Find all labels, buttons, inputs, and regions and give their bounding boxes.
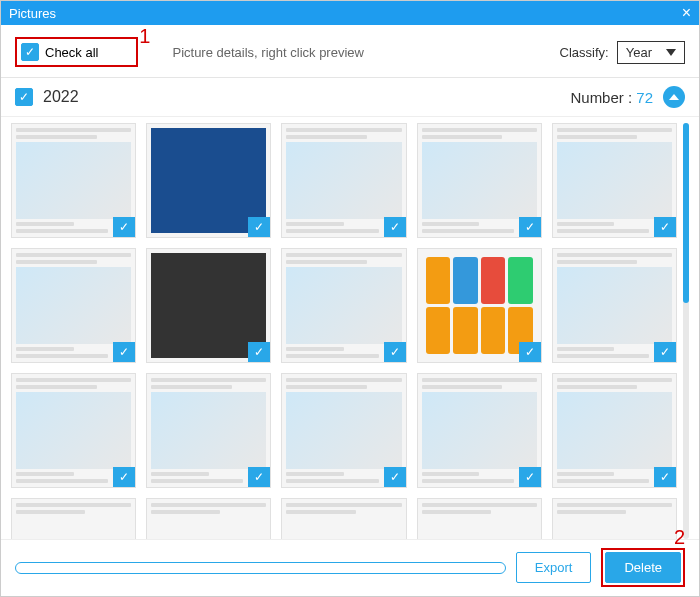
number-label: Number : (570, 89, 632, 106)
classify-value: Year (626, 45, 652, 60)
thumb-check-icon[interactable]: ✓ (384, 217, 406, 237)
section-header: ✓ 2022 Number : 72 (1, 78, 699, 117)
thumbnail[interactable]: ✓ (11, 248, 136, 363)
thumbnail[interactable] (11, 498, 136, 539)
thumbnail[interactable]: ✓ (552, 248, 677, 363)
classify-select[interactable]: Year (617, 41, 685, 64)
thumbnail[interactable]: ✓ (417, 373, 542, 488)
thumbnail[interactable]: ✓ (146, 373, 271, 488)
thumb-check-icon[interactable]: ✓ (519, 217, 541, 237)
thumb-check-icon[interactable]: ✓ (248, 467, 270, 487)
scrollbar[interactable] (683, 123, 689, 539)
thumb-check-icon[interactable]: ✓ (384, 467, 406, 487)
thumb-check-icon[interactable]: ✓ (113, 342, 135, 362)
thumbnail[interactable]: ✓ (281, 123, 406, 238)
grid-wrap: ✓✓✓✓✓✓✓✓✓✓✓✓✓✓✓ (1, 117, 699, 539)
thumb-check-icon[interactable]: ✓ (248, 342, 270, 362)
export-button[interactable]: Export (516, 552, 592, 583)
thumbnail[interactable] (146, 498, 271, 539)
progress-bar (15, 562, 506, 574)
thumb-check-icon[interactable]: ✓ (519, 342, 541, 362)
thumb-check-icon[interactable]: ✓ (654, 342, 676, 362)
thumbnail[interactable]: ✓ (146, 248, 271, 363)
thumbnail[interactable]: ✓ (11, 123, 136, 238)
section-year: 2022 (43, 88, 79, 106)
thumbnail[interactable]: ✓ (11, 373, 136, 488)
check-all-wrap: ✓ Check all 1 (15, 37, 138, 67)
check-all-checkbox[interactable]: ✓ (21, 43, 39, 61)
window-title: Pictures (9, 6, 56, 21)
thumbnail[interactable] (417, 498, 542, 539)
thumbnail-grid: ✓✓✓✓✓✓✓✓✓✓✓✓✓✓✓ (11, 123, 677, 539)
thumb-check-icon[interactable]: ✓ (248, 217, 270, 237)
delete-wrap: 2 Delete (601, 548, 685, 587)
annotation-1: 1 (139, 25, 150, 48)
section-checkbox[interactable]: ✓ (15, 88, 33, 106)
thumbnail[interactable]: ✓ (552, 373, 677, 488)
bottom-bar: Export 2 Delete (1, 539, 699, 595)
thumbnail[interactable]: ✓ (417, 123, 542, 238)
thumb-check-icon[interactable]: ✓ (519, 467, 541, 487)
thumbnail[interactable] (552, 498, 677, 539)
chevron-up-icon (669, 94, 679, 100)
thumbnail[interactable]: ✓ (281, 248, 406, 363)
thumbnail[interactable]: ✓ (146, 123, 271, 238)
thumbnail[interactable]: ✓ (552, 123, 677, 238)
collapse-button[interactable] (663, 86, 685, 108)
titlebar: Pictures × (1, 1, 699, 25)
thumb-check-icon[interactable]: ✓ (384, 342, 406, 362)
chevron-down-icon (666, 49, 676, 56)
scrollbar-thumb[interactable] (683, 123, 689, 303)
classify-wrap: Classify: Year (560, 41, 685, 64)
toolbar: ✓ Check all 1 Picture details, right cli… (1, 25, 699, 78)
delete-button[interactable]: Delete (605, 552, 681, 583)
number-value: 72 (636, 89, 653, 106)
check-all-label: Check all (45, 45, 98, 60)
thumb-check-icon[interactable]: ✓ (113, 217, 135, 237)
thumbnail[interactable] (281, 498, 406, 539)
thumb-check-icon[interactable]: ✓ (654, 217, 676, 237)
hint-text: Picture details, right click preview (172, 45, 363, 60)
annotation-2: 2 (674, 526, 685, 549)
thumb-check-icon[interactable]: ✓ (654, 467, 676, 487)
thumbnail[interactable]: ✓ (281, 373, 406, 488)
close-icon[interactable]: × (682, 4, 691, 22)
number-wrap: Number : 72 (570, 89, 653, 106)
thumbnail[interactable]: ✓ (417, 248, 542, 363)
classify-label: Classify: (560, 45, 609, 60)
thumb-check-icon[interactable]: ✓ (113, 467, 135, 487)
